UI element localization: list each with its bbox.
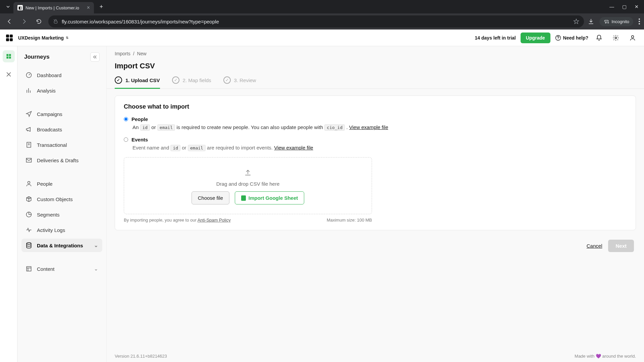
people-example-link[interactable]: View example file	[349, 124, 388, 130]
max-size-text: Maximum size: 100 MB	[327, 218, 372, 223]
svg-rect-6	[10, 35, 13, 38]
sidebar-item-activitylogs[interactable]: Activity Logs	[21, 223, 102, 237]
address-bar[interactable]: fly.customer.io/workspaces/160831/journe…	[48, 15, 584, 27]
bookmark-icon[interactable]	[573, 18, 579, 24]
step-review: ✓ 3. Review	[223, 76, 256, 88]
tab-search-dropdown[interactable]	[3, 1, 13, 12]
breadcrumb-sep: /	[133, 51, 135, 56]
sidebar-item-label: Custom Objects	[37, 196, 73, 202]
sidebar-item-label: Broadcasts	[37, 127, 62, 132]
bar-chart-icon	[25, 87, 32, 94]
pie-icon	[25, 211, 32, 218]
import-panel: Choose what to import People An id or em…	[115, 96, 636, 230]
people-radio[interactable]	[124, 117, 128, 121]
code-cioid: cio_id	[324, 124, 345, 131]
events-radio[interactable]	[124, 137, 128, 142]
upload-icon	[244, 169, 252, 176]
browser-tab[interactable]: ◧ New | Imports | Customer.io ×	[13, 2, 94, 13]
svg-point-15	[28, 181, 30, 184]
form-actions: Cancel Next	[107, 237, 644, 259]
events-description: Event name and id or email are required …	[132, 144, 627, 152]
events-example-link[interactable]: View example file	[274, 145, 313, 150]
back-button[interactable]	[4, 16, 15, 27]
help-label: Need help?	[563, 35, 588, 41]
anti-spam-policy-link[interactable]: Anti-Spam Policy	[198, 218, 231, 223]
minimize-icon[interactable]: ―	[609, 4, 614, 9]
send-icon	[25, 111, 32, 117]
chevron-down-icon: ⌄	[94, 266, 98, 272]
svg-rect-8	[10, 38, 13, 41]
downloads-icon[interactable]	[588, 18, 594, 24]
sidebar-item-analysis[interactable]: Analysis	[21, 84, 102, 97]
incognito-badge[interactable]: Incognito	[599, 17, 633, 26]
notifications-button[interactable]	[593, 32, 605, 44]
url-text: fly.customer.io/workspaces/160831/journe…	[62, 19, 570, 24]
browser-toolbar: fly.customer.io/workspaces/160831/journe…	[0, 13, 644, 29]
people-label[interactable]: People	[131, 116, 148, 122]
gear-icon	[612, 35, 619, 41]
google-sheet-label: Import Google Sheet	[249, 195, 298, 201]
chevron-double-left-icon	[93, 55, 97, 59]
events-label[interactable]: Events	[131, 137, 148, 142]
panel-heading: Choose what to import	[124, 103, 627, 110]
made-with-text: Made with 💜 around the world.	[575, 354, 636, 359]
file-dropzone[interactable]: Drag and drop CSV file here Choose file …	[124, 157, 372, 214]
browser-menu-icon[interactable]	[639, 18, 640, 24]
sidebar-item-content[interactable]: Content ⌄	[21, 262, 102, 276]
policy-text: By importing people, you agree to our An…	[124, 218, 231, 223]
close-window-icon[interactable]: ✕	[635, 4, 639, 9]
sidebar-item-campaigns[interactable]: Campaigns	[21, 107, 102, 121]
sidebar-item-segments[interactable]: Segments	[21, 208, 102, 221]
choose-file-button[interactable]: Choose file	[192, 191, 229, 204]
new-tab-button[interactable]: +	[97, 2, 106, 11]
forward-button[interactable]	[19, 16, 30, 27]
app-logo[interactable]	[5, 34, 13, 42]
breadcrumb-parent[interactable]: Imports	[115, 51, 130, 56]
sidebar-item-deliveries[interactable]: Deliveries & Drafts	[21, 154, 102, 167]
code-email: email	[157, 124, 175, 131]
workspace-switcher[interactable]: UXDesign Marketing ⇅	[18, 35, 68, 41]
step-label: 1. Upload CSV	[125, 77, 160, 83]
import-google-sheet-button[interactable]: Import Google Sheet	[235, 191, 305, 204]
svg-point-2	[639, 18, 640, 20]
rail-journeys[interactable]	[3, 50, 15, 62]
window-controls: ― ▢ ✕	[609, 4, 641, 9]
account-button[interactable]	[627, 32, 639, 44]
svg-rect-7	[6, 38, 9, 41]
sidebar-item-label: Data & Integrations	[37, 243, 83, 248]
sidebar-item-label: Campaigns	[37, 111, 62, 117]
sidebar-item-label: Analysis	[37, 88, 56, 94]
cancel-button[interactable]: Cancel	[587, 243, 602, 249]
collapse-sidebar-button[interactable]	[90, 52, 100, 62]
settings-button[interactable]	[610, 32, 622, 44]
rail-secondary[interactable]	[3, 68, 15, 80]
chevron-updown-icon: ⇅	[66, 36, 68, 40]
step-map-fields: ✓ 2. Map fields	[172, 76, 211, 88]
sidebar-item-broadcasts[interactable]: Broadcasts	[21, 123, 102, 136]
maximize-icon[interactable]: ▢	[622, 4, 627, 9]
trial-days-text: 14 days left in trial	[475, 35, 516, 41]
next-button[interactable]: Next	[608, 240, 634, 252]
incognito-icon	[603, 19, 609, 24]
step-upload[interactable]: ✓ 1. Upload CSV	[115, 76, 160, 88]
incognito-label: Incognito	[611, 19, 629, 24]
need-help-link[interactable]: Need help?	[555, 35, 588, 41]
sidebar-item-customobjects[interactable]: Custom Objects	[21, 192, 102, 206]
sidebar-item-label: Activity Logs	[37, 227, 65, 233]
sidebar-item-dashboard[interactable]: Dashboard	[21, 68, 102, 82]
svg-rect-5	[6, 35, 9, 38]
help-icon	[555, 35, 561, 41]
site-info-icon[interactable]	[53, 19, 58, 24]
code-id: id	[170, 145, 180, 151]
database-icon	[25, 242, 32, 249]
upgrade-button[interactable]: Upgrade	[521, 33, 550, 43]
sidebar-item-people[interactable]: People	[21, 177, 102, 190]
sidebar-item-data-integrations[interactable]: Data & Integrations ⌄	[21, 239, 102, 252]
favicon: ◧	[17, 5, 23, 10]
reload-button[interactable]	[34, 16, 44, 27]
sidebar-title: Journeys	[24, 54, 50, 60]
sidebar-item-transactional[interactable]: Transactional	[21, 138, 102, 152]
close-tab-icon[interactable]: ×	[87, 5, 90, 11]
check-circle-icon: ✓	[115, 76, 122, 84]
pulse-icon	[25, 227, 32, 233]
